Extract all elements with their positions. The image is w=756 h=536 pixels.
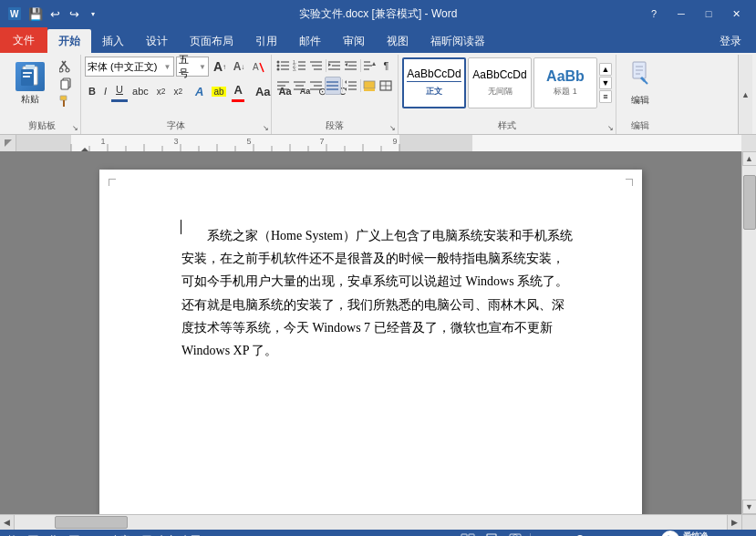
clear-format-btn[interactable]: A bbox=[249, 57, 267, 76]
tab-insert[interactable]: 插入 bbox=[91, 29, 135, 53]
restore-btn[interactable]: □ bbox=[696, 5, 721, 23]
document-text[interactable]: 系统之家（Home System）广义上包含了电脑系统安装和手机系统安装，在之前… bbox=[181, 224, 576, 362]
align-center-btn[interactable] bbox=[292, 77, 307, 95]
font-size-selector[interactable]: 五号 ▼ bbox=[176, 57, 210, 77]
styles-expand[interactable]: ↘ bbox=[607, 124, 614, 132]
ribbon-tab-bar: 文件 开始 插入 设计 页面布局 引用 邮件 审阅 视图 福昕阅读器 登录 bbox=[0, 27, 756, 53]
horizontal-ruler[interactable]: 1 3 5 7 9 bbox=[16, 135, 741, 151]
multilevel-list-btn[interactable] bbox=[308, 57, 324, 75]
cut-button[interactable] bbox=[55, 58, 77, 75]
borders-btn[interactable] bbox=[378, 77, 394, 95]
h-scroll-thumb[interactable] bbox=[55, 516, 128, 529]
style-scroll-up[interactable]: ▲ bbox=[599, 63, 612, 76]
scroll-thumb[interactable] bbox=[743, 175, 756, 230]
svg-point-10 bbox=[59, 68, 63, 72]
help-btn[interactable]: ? bbox=[641, 5, 667, 23]
style-no-spacing[interactable]: AaBbCcDd 无间隔 bbox=[468, 57, 532, 108]
close-btn[interactable]: ✕ bbox=[723, 5, 749, 23]
svg-text:3.: 3. bbox=[293, 67, 296, 72]
tab-references[interactable]: 引用 bbox=[244, 29, 288, 53]
word-count[interactable]: 142 个字 bbox=[90, 533, 129, 537]
tab-file[interactable]: 文件 bbox=[0, 27, 47, 53]
undo-quick-btn[interactable]: ↩ bbox=[47, 5, 63, 22]
sort-btn[interactable] bbox=[362, 57, 378, 75]
svg-text:7: 7 bbox=[319, 137, 324, 146]
svg-text:A: A bbox=[253, 62, 259, 72]
font-name-selector[interactable]: 宋体 (中文正文) ▼ bbox=[85, 57, 174, 77]
font-color-button[interactable]: A bbox=[231, 80, 246, 98]
strikethrough-button[interactable]: abc bbox=[129, 82, 152, 100]
tab-mailings[interactable]: 邮件 bbox=[288, 29, 332, 53]
tab-view[interactable]: 视图 bbox=[376, 29, 419, 53]
login-button[interactable]: 登录 bbox=[712, 29, 749, 53]
tab-home[interactable]: 开始 bbox=[47, 29, 91, 53]
number-list-btn[interactable]: 1.2.3. bbox=[292, 57, 307, 75]
page-info[interactable]: 第 1 页，共 1 页 bbox=[7, 533, 79, 537]
text-effect-button[interactable]: A bbox=[192, 82, 207, 100]
line-spacing-btn[interactable] bbox=[344, 77, 359, 95]
editing-group: 编辑 编辑 bbox=[616, 55, 664, 134]
read-view-btn[interactable] bbox=[459, 531, 477, 536]
print-view-btn[interactable] bbox=[482, 531, 501, 536]
style-nospacing-preview: AaBbCcDd bbox=[472, 69, 526, 80]
show-marks-btn[interactable]: ¶ bbox=[378, 57, 394, 75]
redo-quick-btn[interactable]: ↪ bbox=[66, 5, 82, 22]
scroll-up-btn[interactable]: ▲ bbox=[742, 151, 757, 166]
font-aa1-btn[interactable]: Aa bbox=[252, 82, 274, 100]
minimize-btn[interactable]: ─ bbox=[668, 5, 694, 23]
format-painter-button[interactable] bbox=[55, 93, 77, 109]
scroll-track[interactable] bbox=[742, 166, 757, 500]
font-expand[interactable]: ↘ bbox=[263, 124, 269, 132]
style-more[interactable]: ≡ bbox=[599, 90, 612, 103]
align-right-btn[interactable] bbox=[308, 77, 324, 95]
tab-design[interactable]: 设计 bbox=[135, 29, 179, 53]
font-size-increase-btn[interactable]: A↑ bbox=[211, 57, 229, 76]
quick-access-dropdown[interactable]: ▾ bbox=[85, 5, 101, 22]
main-area: 系统之家（Home System）广义上包含了电脑系统安装和手机系统安装，在之前… bbox=[0, 151, 756, 514]
h-scroll-left-btn[interactable]: ◀ bbox=[0, 515, 15, 530]
font-group-content: 宋体 (中文正文) ▼ 五号 ▼ A↑ A↓ A B I bbox=[85, 57, 267, 115]
ruler-corner[interactable] bbox=[0, 135, 16, 151]
para-row1: 1.2.3. ¶ bbox=[275, 57, 394, 75]
style-scroll-down[interactable]: ▼ bbox=[599, 77, 612, 89]
document-page[interactable]: 系统之家（Home System）广义上包含了电脑系统安装和手机系统安装，在之前… bbox=[99, 170, 642, 514]
document-container[interactable]: 系统之家（Home System）广义上包含了电脑系统安装和手机系统安装，在之前… bbox=[0, 151, 741, 514]
font-size-decrease-btn[interactable]: A↓ bbox=[230, 57, 248, 76]
save-quick-btn[interactable]: 💾 bbox=[27, 5, 44, 22]
font-color-btn-wrap: A bbox=[231, 80, 246, 102]
paste-label: 粘贴 bbox=[21, 93, 39, 106]
web-view-btn[interactable] bbox=[506, 531, 524, 536]
scroll-down-btn[interactable]: ▼ bbox=[742, 500, 757, 514]
tab-layout[interactable]: 页面布局 bbox=[179, 29, 244, 53]
align-left-btn[interactable] bbox=[275, 77, 291, 95]
h-scroll-track[interactable] bbox=[15, 515, 727, 530]
h-scroll-right-btn[interactable]: ▶ bbox=[727, 515, 741, 530]
increase-indent-btn[interactable] bbox=[344, 57, 359, 75]
text-cursor bbox=[181, 220, 181, 234]
ribbon-scroll-btn[interactable]: ▲ bbox=[740, 88, 752, 101]
bullet-list-btn[interactable] bbox=[275, 57, 291, 75]
clipboard-expand[interactable]: ↘ bbox=[72, 124, 78, 132]
superscript-button[interactable]: x2 bbox=[170, 82, 186, 100]
justify-btn[interactable] bbox=[325, 77, 340, 95]
text-highlight-button[interactable]: ab bbox=[208, 82, 229, 100]
title-bar: W 💾 ↩ ↪ ▾ 实验文件.docx [兼容模式] - Word ? ─ □ … bbox=[0, 0, 756, 27]
edit-button[interactable]: 编辑 bbox=[620, 56, 660, 110]
subscript-button[interactable]: x2 bbox=[153, 82, 170, 100]
paste-button[interactable]: 粘贴 bbox=[7, 57, 53, 111]
para-expand[interactable]: ↘ bbox=[389, 124, 396, 132]
bold-button[interactable]: B bbox=[85, 82, 99, 100]
tab-reader[interactable]: 福昕阅读器 bbox=[419, 29, 496, 53]
italic-button[interactable]: I bbox=[100, 82, 110, 100]
copy-button[interactable] bbox=[55, 76, 77, 92]
style-heading1[interactable]: AaBb 标题 1 bbox=[533, 57, 597, 108]
vertical-scrollbar[interactable]: ▲ ▼ bbox=[741, 151, 756, 514]
underline-button[interactable]: U bbox=[112, 80, 127, 98]
status-bar: 第 1 页，共 1 页 142 个字 中文(中国) 100% 爱纯净 www.a… bbox=[0, 529, 756, 536]
tab-review[interactable]: 审阅 bbox=[332, 29, 376, 53]
shading-btn[interactable] bbox=[362, 77, 378, 95]
language-status[interactable]: 中文(中国) bbox=[141, 533, 203, 537]
corner-tr bbox=[626, 179, 633, 186]
style-normal[interactable]: AaBbCcDd 正文 bbox=[402, 57, 466, 108]
decrease-indent-btn[interactable] bbox=[326, 57, 342, 75]
